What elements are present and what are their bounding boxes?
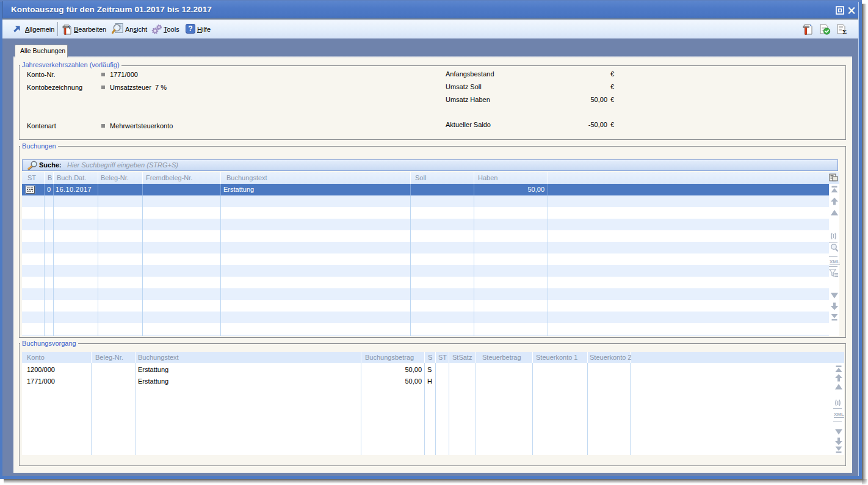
svg-text:Σ: Σ bbox=[842, 28, 847, 35]
